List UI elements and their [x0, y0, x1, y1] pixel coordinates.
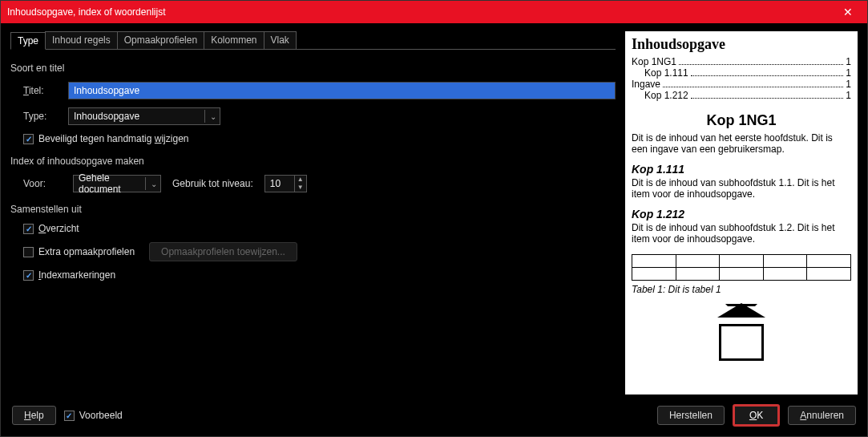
level-label: Gebruik tot niveau: — [172, 178, 253, 189]
chevron-down-icon: ⌄ — [145, 177, 157, 190]
preview-section-h: Kop 1NG1 — [632, 112, 851, 129]
reset-button[interactable]: Herstellen — [657, 406, 725, 425]
window-title: Inhoudsopgave, index of woordenlijst — [7, 6, 835, 18]
preview-checkbox-label: Voorbeeld — [79, 410, 123, 421]
group-compose-title: Samenstellen uit — [10, 204, 616, 215]
preview-panel: Inhoudsopgave Kop 1NG11Kop 1.1111Ingave1… — [625, 31, 858, 395]
preview-para: Dit is de inhoud van het eerste hoofdstu… — [632, 132, 851, 155]
checkbox-icon — [23, 224, 34, 234]
toc-line: Kop 1.2121 — [632, 90, 851, 101]
level-input[interactable] — [265, 176, 294, 192]
tab-inhoud-regels[interactable]: Inhoud regels — [45, 31, 118, 49]
for-label: Voor: — [23, 178, 62, 189]
tab-vlak[interactable]: Vlak — [264, 31, 297, 49]
title-input[interactable] — [68, 82, 616, 99]
extra-styles-label: Extra opmaakprofielen — [38, 246, 135, 257]
preview-para: Dit is de inhoud van subhoofdstuk 1.1. D… — [632, 177, 851, 200]
checkbox-icon — [64, 411, 75, 421]
toc-line: Ingave1 — [632, 79, 851, 90]
cancel-button[interactable]: Annuleren — [788, 406, 856, 425]
checkbox-icon — [23, 270, 34, 281]
assign-styles-button: Opmaakprofielen toewijzen... — [149, 242, 297, 261]
type-label: Type: — [23, 111, 62, 122]
protect-label: Beveiligd tegen handmatig wijzigen — [38, 133, 188, 144]
spin-up-icon[interactable]: ▲ — [295, 176, 306, 184]
group-type-title: Soort en titel — [10, 63, 616, 74]
group-index-title: Index of inhoudsopgave maken — [10, 156, 616, 167]
toc-line: Kop 1.1111 — [632, 67, 851, 79]
outline-label: Overzicht — [38, 223, 79, 234]
index-marks-checkbox[interactable]: Indexmarkeringen — [23, 269, 115, 281]
outline-checkbox[interactable]: Overzicht — [23, 223, 79, 234]
level-spinner[interactable]: ▲ ▼ — [264, 175, 307, 192]
protect-checkbox[interactable]: Beveiligd tegen handmatig wijzigen — [23, 133, 188, 144]
checkbox-icon — [23, 247, 34, 257]
tabset: TypeInhoud regelsOpmaakprofielenKolommen… — [10, 31, 616, 50]
preview-table — [632, 254, 851, 281]
tab-kolommen[interactable]: Kolommen — [204, 31, 264, 49]
ok-button[interactable]: OK — [733, 404, 780, 427]
chevron-down-icon: ⌄ — [204, 110, 216, 123]
index-marks-label: Indexmarkeringen — [38, 269, 115, 281]
preview-sub-h: Kop 1.212 — [632, 208, 851, 221]
preview-checkbox[interactable]: Voorbeeld — [64, 410, 123, 421]
preview-caption: Tabel 1: Dit is tabel 1 — [632, 284, 851, 295]
toc-line: Kop 1NG11 — [632, 56, 851, 67]
title-label: Titel: — [23, 85, 62, 96]
spin-down-icon[interactable]: ▼ — [295, 184, 306, 192]
close-icon[interactable]: ✕ — [835, 1, 861, 23]
extra-styles-checkbox[interactable]: Extra opmaakprofielen — [23, 246, 135, 257]
help-button[interactable]: Help — [12, 406, 56, 425]
for-select-value: Gehele document — [79, 172, 140, 195]
preview-heading: Inhoudsopgave — [632, 36, 851, 53]
preview-image — [719, 324, 764, 361]
tab-type[interactable]: Type — [10, 32, 46, 50]
preview-para: Dit is de inhoud van subhoofdstuk 1.2. D… — [632, 222, 851, 245]
checkbox-icon — [23, 134, 34, 144]
preview-sub-h: Kop 1.111 — [632, 163, 851, 176]
tab-opmaakprofielen[interactable]: Opmaakprofielen — [117, 31, 204, 49]
type-select[interactable]: Inhoudsopgave ⌄ — [68, 107, 220, 125]
for-select[interactable]: Gehele document ⌄ — [73, 175, 161, 192]
type-select-value: Inhoudsopgave — [74, 111, 139, 122]
